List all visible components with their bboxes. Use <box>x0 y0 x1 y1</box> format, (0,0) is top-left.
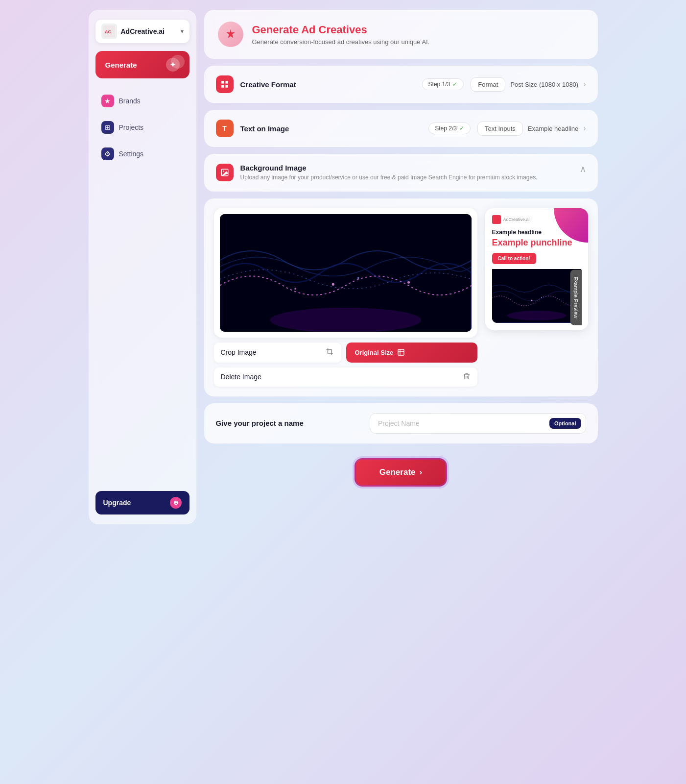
bg-collapse-icon[interactable]: ∧ <box>580 164 586 174</box>
step1-badge: Step 1/3 ✓ <box>422 78 464 90</box>
step2-chevron: › <box>583 124 586 133</box>
upgrade-label: Upgrade <box>103 499 131 507</box>
crop-image-row[interactable]: Crop Image <box>214 343 341 363</box>
image-left: Crop Image Original Size <box>214 208 477 387</box>
preview-logo-dot <box>492 215 501 224</box>
gear-icon: ⚙ <box>101 147 114 160</box>
example-preview-tab: Example Preview <box>570 270 582 325</box>
svg-point-14 <box>507 311 566 320</box>
brand-name: AdCreative.ai <box>121 27 177 35</box>
sidebar-item-brands[interactable]: ★ Brands <box>95 89 189 113</box>
sidebar: AC AdCreative.ai ▾ Generate ✦ ★ Brands ⊞… <box>89 10 196 524</box>
original-size-label: Original Size <box>355 349 394 356</box>
step2-title: Text on Image <box>240 124 422 133</box>
sidebar-item-projects[interactable]: ⊞ Projects <box>95 116 189 139</box>
original-size-button[interactable]: Original Size <box>346 343 477 363</box>
svg-rect-10 <box>398 349 404 355</box>
step1-format-value: Post Size (1080 x 1080) <box>510 81 578 88</box>
step1-title: Creative Format <box>240 80 415 89</box>
svg-text:AC: AC <box>105 29 111 34</box>
svg-point-12 <box>531 300 532 301</box>
original-size-icon <box>397 348 405 356</box>
svg-point-6 <box>357 277 359 279</box>
bg-subtitle: Upload any image for your product/servic… <box>240 173 538 182</box>
bg-text: Background Image Upload any image for yo… <box>240 164 538 182</box>
crop-image-label: Crop Image <box>221 348 257 356</box>
image-preview <box>220 214 472 332</box>
preview-section: AdCreative.ai Example headline Example p… <box>485 208 588 387</box>
delete-image-row[interactable]: Delete Image <box>214 368 477 387</box>
step1-card[interactable]: Creative Format Step 1/3 ✓ Format Post S… <box>204 66 598 103</box>
crop-icon <box>326 347 334 358</box>
header-icon <box>218 22 243 47</box>
star-icon: ★ <box>101 95 114 107</box>
generate-section: Generate › <box>204 450 598 498</box>
bg-icon <box>216 164 234 181</box>
svg-point-5 <box>331 283 334 285</box>
sidebar-item-brands-label: Brands <box>119 97 141 105</box>
step1-icon <box>216 75 234 93</box>
svg-point-3 <box>223 171 224 172</box>
brand-selector[interactable]: AC AdCreative.ai ▾ <box>95 20 189 43</box>
image-section: Crop Image Original Size <box>204 198 598 396</box>
preview-logo-text: AdCreative.ai <box>503 217 530 222</box>
main-generate-label: Generate <box>379 467 416 477</box>
header-title: Generate Ad Creatives <box>252 24 430 36</box>
sidebar-item-settings-label: Settings <box>119 150 144 158</box>
preview-punchline: Example punchline <box>492 238 581 248</box>
project-label: Give your project a name <box>216 419 360 427</box>
bg-header: Background Image Upload any image for yo… <box>216 164 586 182</box>
sidebar-item-projects-label: Projects <box>119 123 144 131</box>
step2-right: Text Inputs Example headline › <box>477 122 586 136</box>
step2-text-value: Example headline <box>528 125 578 132</box>
svg-point-9 <box>270 307 421 331</box>
svg-point-13 <box>541 297 542 298</box>
delete-image-label: Delete Image <box>221 373 261 381</box>
main-generate-button[interactable]: Generate › <box>355 458 447 487</box>
brand-logo: AC <box>101 24 117 39</box>
background-image-card: Background Image Upload any image for yo… <box>204 154 598 192</box>
preview-image-area <box>492 269 581 323</box>
header-subtitle: Generate conversion-focused ad creatives… <box>252 38 430 46</box>
project-input-wrap: Optional <box>370 413 586 434</box>
step1-check: ✓ <box>452 81 457 88</box>
svg-point-8 <box>407 281 409 284</box>
main-generate-arrow: › <box>420 467 423 477</box>
generate-icon: ✦ <box>166 58 180 72</box>
step2-badge: Step 2/3 ✓ <box>428 122 471 134</box>
step2-card[interactable]: T Text on Image Step 2/3 ✓ Text Inputs E… <box>204 110 598 147</box>
upgrade-icon: ⊕ <box>170 497 182 509</box>
step1-format-label: Format <box>471 77 505 92</box>
generate-label: Generate <box>105 61 137 69</box>
sidebar-item-settings[interactable]: ⚙ Settings <box>95 142 189 166</box>
header-text: Generate Ad Creatives Generate conversio… <box>252 24 430 46</box>
image-preview-wrap <box>214 208 477 338</box>
step2-icon: T <box>216 120 234 137</box>
step1-chevron: › <box>583 80 586 89</box>
preview-cta: Call to action! <box>492 253 536 264</box>
folder-icon: ⊞ <box>101 121 114 134</box>
svg-point-7 <box>294 288 296 290</box>
step2-check: ✓ <box>459 125 464 132</box>
generate-button[interactable]: Generate ✦ <box>95 51 189 78</box>
optional-badge: Optional <box>549 418 581 429</box>
header-card: Generate Ad Creatives Generate conversio… <box>204 10 598 59</box>
step2-text-label: Text Inputs <box>477 122 523 136</box>
step1-right: Format Post Size (1080 x 1080) › <box>471 77 586 92</box>
trash-icon <box>463 372 471 382</box>
main-content: Generate Ad Creatives Generate conversio… <box>204 10 598 549</box>
upgrade-button[interactable]: Upgrade ⊕ <box>95 491 189 514</box>
chevron-down-icon: ▾ <box>181 28 184 35</box>
project-name-section: Give your project a name Optional <box>204 403 598 443</box>
bg-title: Background Image <box>240 164 538 172</box>
